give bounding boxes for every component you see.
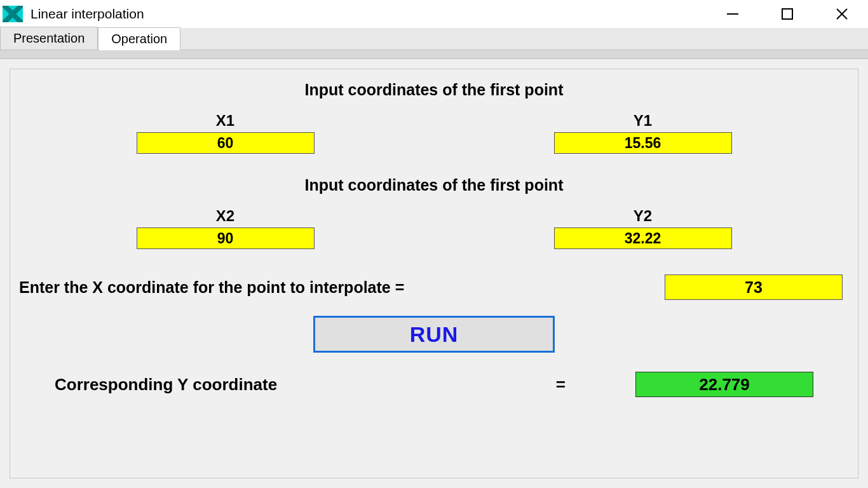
minimize-icon (726, 7, 740, 21)
first-point-row: X1 60 Y1 15.56 (17, 112, 851, 154)
titlebar: Linear interpolation (0, 0, 868, 28)
y1-input[interactable]: 15.56 (554, 132, 732, 154)
x1-block: X1 60 (137, 112, 315, 154)
x2-label: X2 (216, 207, 234, 225)
close-icon (835, 7, 849, 21)
operation-panel: Input coordinates of the first point X1 … (10, 69, 858, 478)
second-point-row: X2 90 Y2 32.22 (17, 207, 851, 249)
toolbar-spacer (0, 50, 868, 59)
maximize-button[interactable] (773, 4, 802, 24)
y1-label: Y1 (634, 112, 652, 130)
y2-label: Y2 (634, 207, 652, 225)
close-button[interactable] (827, 4, 857, 24)
y2-input[interactable]: 32.22 (554, 227, 732, 249)
content-area: Input coordinates of the first point X1 … (0, 59, 868, 488)
app-icon (3, 6, 23, 22)
window-title: Linear interpolation (31, 6, 718, 22)
run-row: RUN (17, 316, 851, 353)
second-point-heading: Input coordinates of the first point (17, 176, 851, 194)
x2-input[interactable]: 90 (137, 227, 315, 249)
y2-block: Y2 32.22 (554, 207, 732, 249)
svg-rect-1 (782, 9, 792, 19)
tabstrip: Presentation Operation (0, 28, 868, 50)
x1-label: X1 (216, 112, 234, 130)
maximize-icon (781, 8, 794, 20)
x1-input[interactable]: 60 (137, 132, 315, 154)
equals-sign: = (556, 375, 566, 395)
y-result-output: 22.779 (635, 372, 813, 397)
x-interp-input[interactable]: 73 (665, 274, 843, 300)
tab-presentation[interactable]: Presentation (0, 27, 98, 50)
interp-row: Enter the X coordinate for the point to … (17, 274, 851, 300)
minimize-button[interactable] (718, 4, 747, 24)
interp-prompt: Enter the X coordinate for the point to … (19, 278, 404, 297)
result-label: Corresponding Y coordinate (55, 375, 277, 395)
window-controls (718, 4, 863, 24)
y1-block: Y1 15.56 (554, 112, 732, 154)
x2-block: X2 90 (137, 207, 315, 249)
run-button[interactable]: RUN (313, 316, 555, 353)
tab-operation[interactable]: Operation (98, 27, 180, 50)
result-row: Corresponding Y coordinate = 22.779 (17, 372, 851, 397)
app-window: Linear interpolation Presentation Operat… (0, 0, 868, 488)
first-point-heading: Input coordinates of the first point (17, 81, 851, 99)
